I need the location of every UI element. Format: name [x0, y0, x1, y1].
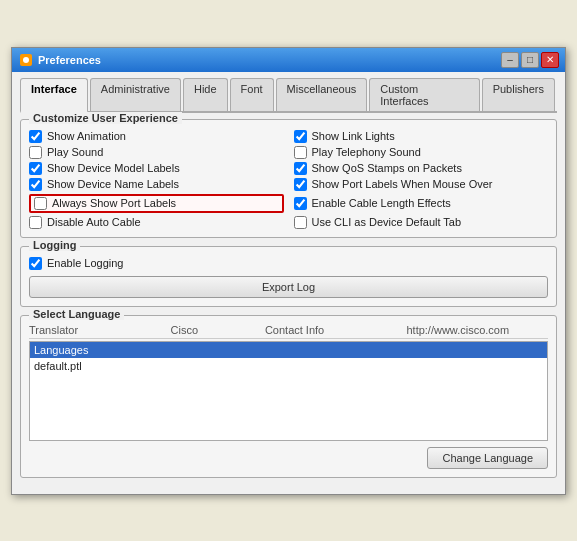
label-disable-auto-cable: Disable Auto Cable	[47, 216, 141, 228]
option-enable-logging: Enable Logging	[29, 257, 548, 270]
col-cisco: Cisco	[171, 324, 265, 336]
customize-group: Customize User Experience Show Animation…	[20, 119, 557, 238]
label-show-link-lights: Show Link Lights	[312, 130, 395, 142]
checkbox-enable-logging[interactable]	[29, 257, 42, 270]
option-play-telephony: Play Telephony Sound	[294, 146, 549, 159]
checkbox-use-cli[interactable]	[294, 216, 307, 229]
col-translator: Translator	[29, 324, 171, 336]
label-play-sound: Play Sound	[47, 146, 103, 158]
option-show-device-model: Show Device Model Labels	[29, 162, 284, 175]
label-show-qos: Show QoS Stamps on Packets	[312, 162, 462, 174]
window-title: Preferences	[38, 54, 101, 66]
label-play-telephony: Play Telephony Sound	[312, 146, 421, 158]
customize-options-grid: Show Animation Show Link Lights Play Sou…	[29, 130, 548, 229]
tab-administrative[interactable]: Administrative	[90, 78, 181, 111]
checkbox-show-device-name[interactable]	[29, 178, 42, 191]
checkbox-enable-cable[interactable]	[294, 197, 307, 210]
language-list[interactable]: Languages default.ptl	[29, 341, 548, 441]
logging-group-title: Logging	[29, 239, 80, 251]
main-content: Interface Administrative Hide Font Misce…	[12, 72, 565, 494]
label-always-show-port: Always Show Port Labels	[52, 197, 176, 209]
checkbox-show-device-model[interactable]	[29, 162, 42, 175]
checkbox-play-sound[interactable]	[29, 146, 42, 159]
tab-hide[interactable]: Hide	[183, 78, 228, 111]
language-group-title: Select Language	[29, 308, 124, 320]
title-bar-buttons: – □ ✕	[501, 52, 559, 68]
option-show-device-name: Show Device Name Labels	[29, 178, 284, 191]
title-bar: Preferences – □ ✕	[12, 48, 565, 72]
checkbox-disable-auto-cable[interactable]	[29, 216, 42, 229]
col-contact: Contact Info	[265, 324, 407, 336]
minimize-button[interactable]: –	[501, 52, 519, 68]
export-log-button[interactable]: Export Log	[29, 276, 548, 298]
lang-item-default[interactable]: default.ptl	[30, 358, 547, 374]
option-show-qos: Show QoS Stamps on Packets	[294, 162, 549, 175]
label-enable-logging: Enable Logging	[47, 257, 123, 269]
close-button[interactable]: ✕	[541, 52, 559, 68]
tab-interface[interactable]: Interface	[20, 78, 88, 113]
app-icon	[18, 52, 34, 68]
label-show-animation: Show Animation	[47, 130, 126, 142]
tab-publishers[interactable]: Publishers	[482, 78, 555, 111]
option-always-show-port: Always Show Port Labels	[29, 194, 284, 213]
option-use-cli: Use CLI as Device Default Tab	[294, 216, 549, 229]
checkbox-show-animation[interactable]	[29, 130, 42, 143]
option-show-port-labels: Show Port Labels When Mouse Over	[294, 178, 549, 191]
checkbox-show-qos[interactable]	[294, 162, 307, 175]
tab-bar: Interface Administrative Hide Font Misce…	[20, 78, 557, 113]
svg-point-1	[23, 57, 29, 63]
change-language-button[interactable]: Change Language	[427, 447, 548, 469]
checkbox-play-telephony[interactable]	[294, 146, 307, 159]
maximize-button[interactable]: □	[521, 52, 539, 68]
col-url: http://www.cisco.com	[406, 324, 548, 336]
checkbox-always-show-port[interactable]	[34, 197, 47, 210]
tab-font[interactable]: Font	[230, 78, 274, 111]
customize-group-title: Customize User Experience	[29, 112, 182, 124]
logging-group: Logging Enable Logging Export Log	[20, 246, 557, 307]
checkbox-show-port-labels[interactable]	[294, 178, 307, 191]
checkbox-show-link-lights[interactable]	[294, 130, 307, 143]
option-play-sound: Play Sound	[29, 146, 284, 159]
label-show-device-model: Show Device Model Labels	[47, 162, 180, 174]
language-group: Select Language Translator Cisco Contact…	[20, 315, 557, 478]
tab-miscellaneous[interactable]: Miscellaneous	[276, 78, 368, 111]
title-bar-left: Preferences	[18, 52, 101, 68]
lang-item-languages[interactable]: Languages	[30, 342, 547, 358]
option-enable-cable: Enable Cable Length Effects	[294, 194, 549, 213]
option-show-animation: Show Animation	[29, 130, 284, 143]
label-show-port-labels: Show Port Labels When Mouse Over	[312, 178, 493, 190]
label-show-device-name: Show Device Name Labels	[47, 178, 179, 190]
language-table-header: Translator Cisco Contact Info http://www…	[29, 322, 548, 339]
tab-custom-interfaces[interactable]: Custom Interfaces	[369, 78, 479, 111]
label-enable-cable: Enable Cable Length Effects	[312, 197, 451, 209]
option-show-link-lights: Show Link Lights	[294, 130, 549, 143]
option-disable-auto-cable: Disable Auto Cable	[29, 216, 284, 229]
label-use-cli: Use CLI as Device Default Tab	[312, 216, 462, 228]
preferences-window: Preferences – □ ✕ Interface Administrati…	[11, 47, 566, 495]
